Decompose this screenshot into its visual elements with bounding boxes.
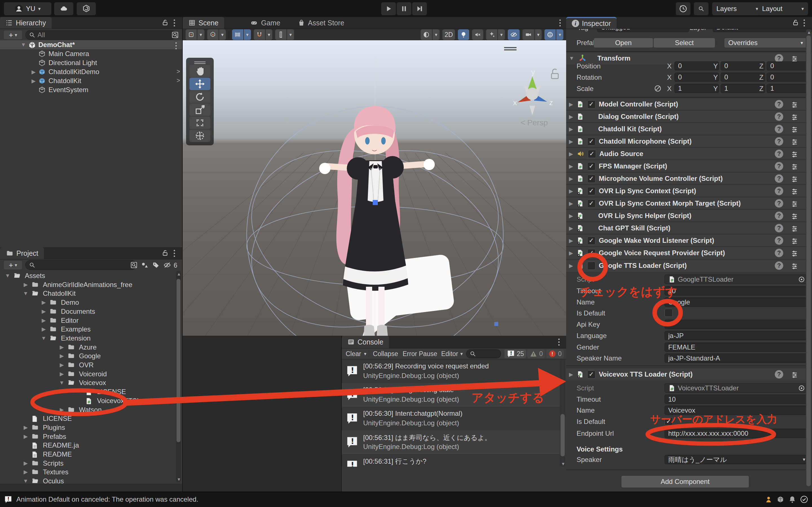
expand-arrow-icon[interactable]: ▶ (22, 460, 29, 466)
project-item[interactable]: ▼Extension (0, 334, 182, 342)
collapse-button[interactable]: Collapse (371, 350, 400, 358)
foldout-arrow-icon[interactable]: ▶ (569, 163, 573, 170)
hierarchy-item[interactable]: Directional Light (0, 58, 182, 67)
object-picker-icon[interactable] (798, 385, 805, 392)
component-enabled-checkbox[interactable]: ✓ (587, 100, 596, 108)
filter-by-label-icon[interactable] (152, 262, 160, 269)
scroll-up-icon[interactable]: ▲ (177, 272, 181, 276)
preset-icon[interactable] (791, 113, 799, 121)
text-field[interactable]: http://xxx.xxx.xxx.xxx:0000 (665, 429, 809, 438)
expand-arrow-icon[interactable]: ▶ (40, 308, 47, 315)
expand-arrow-icon[interactable]: ▶ (22, 433, 29, 440)
foldout-arrow-icon[interactable]: ▶ (569, 188, 573, 194)
expand-arrow-icon[interactable]: ▶ (58, 406, 65, 413)
expand-arrow-icon[interactable]: ▶ (30, 78, 37, 84)
expand-arrow-icon[interactable]: ▶ (40, 317, 47, 324)
preset-icon[interactable] (791, 162, 799, 170)
prefab-chevron-icon[interactable]: > (176, 68, 180, 75)
preset-icon[interactable] (791, 137, 799, 145)
console-log-row[interactable]: ![00:56:29] Recording voice request ende… (342, 359, 560, 383)
preset-icon[interactable] (791, 249, 799, 257)
expand-arrow-icon[interactable]: ▶ (58, 371, 65, 377)
hierarchy-item[interactable]: ▼DemoChat* (0, 40, 182, 49)
tab-project[interactable]: Project (0, 247, 44, 259)
preset-icon[interactable] (791, 224, 799, 232)
link-toggle-icon[interactable] (654, 85, 661, 92)
project-search-input[interactable] (26, 260, 137, 270)
expand-arrow-icon[interactable]: ▶ (30, 69, 37, 75)
expand-arrow-icon[interactable]: ▼ (4, 273, 11, 279)
kebab-menu-icon[interactable] (803, 18, 805, 27)
chevron-down-icon[interactable]: ▾ (803, 457, 805, 462)
preset-icon[interactable] (791, 125, 799, 133)
lock-icon[interactable] (792, 19, 799, 26)
layers-dropdown[interactable]: Layers ▾ (712, 2, 762, 15)
is-default-checkbox[interactable] (665, 309, 673, 317)
foldout-arrow-icon[interactable]: ▶ (569, 213, 573, 219)
prefab-open-button[interactable]: Open (594, 38, 653, 48)
shading-mode-dropdown[interactable]: ▾ (421, 29, 440, 40)
tool-settings-dropdown[interactable]: ▾ (186, 29, 204, 40)
help-icon[interactable]: ? (775, 199, 783, 208)
expand-arrow-icon[interactable]: ▶ (22, 424, 29, 431)
editor-dropdown[interactable]: Editor (440, 350, 459, 358)
project-item[interactable]: ▶Prefabs (0, 432, 182, 441)
filter-by-type-icon[interactable] (141, 262, 148, 269)
create-add-button[interactable]: + ▾ (3, 260, 22, 270)
text-field[interactable]: FEMALE (665, 342, 809, 352)
transform-tool[interactable] (190, 129, 210, 142)
component-enabled-checkbox[interactable]: ✓ (587, 249, 596, 257)
preset-icon[interactable] (791, 100, 799, 108)
axis-value-field[interactable]: 0 (674, 61, 719, 70)
component-header[interactable]: ▶✓Audio Source? (566, 147, 812, 160)
hierarchy-item[interactable]: ▶ChatdollKitDemo> (0, 67, 182, 76)
text-field[interactable]: 10 (665, 395, 809, 404)
progress-check-icon[interactable] (800, 496, 808, 503)
object-field[interactable]: #GoogleTTSLoader (665, 275, 809, 284)
foldout-arrow-icon[interactable]: ▶ (569, 114, 573, 120)
gizmos-dropdown[interactable]: ▾ (545, 29, 563, 40)
grid-snapping-toggle[interactable]: ▾ (232, 29, 251, 40)
tab-inspector[interactable]: i Inspector (566, 17, 617, 29)
toggle-2d-button[interactable]: 2D (442, 29, 455, 40)
status-message[interactable]: Animation Default on canceled: The opera… (16, 496, 761, 503)
foldout-arrow-icon[interactable]: ▶ (569, 101, 573, 108)
help-icon[interactable]: ? (775, 187, 783, 195)
component-enabled-checkbox[interactable]: ✓ (587, 371, 596, 379)
snap-increment-toggle[interactable]: ▾ (254, 29, 273, 40)
component-header[interactable]: ▶#✓Model Controller (Script)? (566, 98, 812, 110)
foldout-arrow-icon[interactable]: ▶ (569, 225, 573, 231)
project-item[interactable]: #VoicevoxTTSLoader (0, 396, 182, 405)
scroll-down-icon[interactable]: ▼ (561, 461, 565, 466)
log-count-toggle[interactable]: ! 25 (504, 349, 526, 358)
expand-arrow-icon[interactable]: ▼ (22, 290, 29, 297)
pause-button[interactable] (397, 2, 411, 15)
orientation-gizmo[interactable]: y x z < Persp (513, 63, 563, 128)
project-item[interactable]: ▶Google (0, 351, 182, 360)
text-field[interactable]: ja-JP (665, 331, 809, 340)
text-field[interactable]: Google (665, 297, 809, 307)
preset-icon[interactable] (791, 200, 799, 207)
scene-audio-toggle[interactable] (472, 29, 483, 40)
account-button[interactable]: YU ▾ (4, 2, 51, 15)
step-button[interactable] (412, 2, 427, 15)
kebab-menu-icon[interactable] (173, 249, 175, 258)
foldout-arrow-icon[interactable]: ▶ (569, 237, 573, 244)
preset-icon[interactable] (791, 212, 799, 220)
help-icon[interactable]: ? (775, 125, 783, 133)
camera-settings-dropdown[interactable]: ▾ (522, 29, 542, 40)
search-window-icon[interactable] (130, 262, 138, 269)
expand-arrow-icon[interactable]: ▼ (20, 42, 27, 48)
console-log-row[interactable]: ![00:56:30] Intent:chatgpt(Normal)UnityE… (342, 407, 560, 431)
preset-icon[interactable] (791, 150, 799, 158)
lock-icon[interactable] (161, 19, 168, 26)
tab-hierarchy[interactable]: Hierarchy (0, 17, 52, 29)
kebab-menu-icon[interactable] (173, 18, 175, 27)
prefab-overrides-dropdown[interactable]: Overrides▾ (724, 38, 807, 48)
collab-person-icon[interactable] (765, 496, 772, 503)
component-enabled-checkbox-google-tts[interactable] (587, 262, 596, 270)
component-header[interactable]: ▶#✓Chatdoll Microphone (Script)? (566, 135, 812, 148)
hierarchy-item[interactable]: ▶ChatdollKit> (0, 76, 182, 86)
text-field[interactable]: ja-JP-Standard-A (665, 353, 809, 363)
component-header[interactable]: ▶#✓Google Voice Request Provider (Script… (566, 246, 812, 259)
